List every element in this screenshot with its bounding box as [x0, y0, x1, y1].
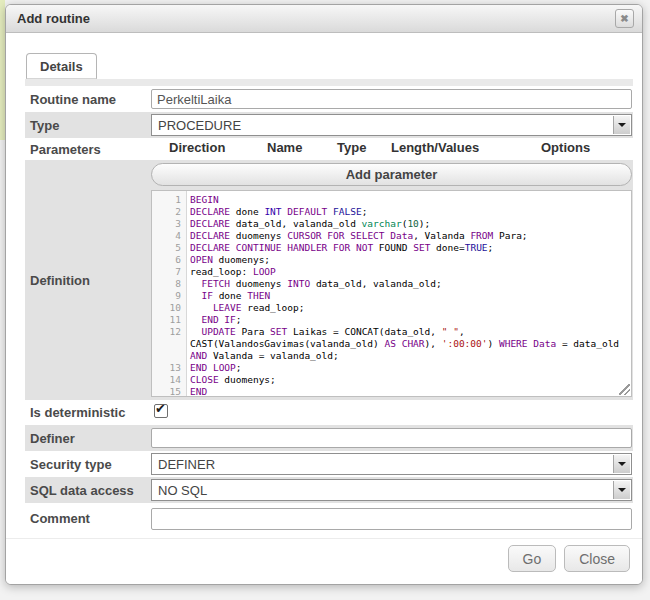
routine-name-input[interactable]	[151, 89, 632, 109]
sql-data-access-select-value: NO SQL	[158, 483, 207, 498]
definer-label: Definer	[25, 431, 151, 446]
line-number: 10	[152, 302, 186, 314]
code-line: 5DECLARE CONTINUE HANDLER FOR NOT FOUND …	[152, 242, 631, 254]
routine-form: Routine name Type PROCEDURE Parameters D…	[25, 79, 633, 534]
code-line: 8 FETCH duomenys INTO data_old, valanda_…	[152, 278, 631, 290]
code-line: 7read_loop: LOOP	[152, 266, 631, 278]
code-line: 4DECLARE duomenys CURSOR FOR SELECT Data…	[152, 230, 631, 242]
definition-label: Definition	[25, 160, 151, 400]
line-number: 2	[152, 206, 186, 218]
code-line: 15END	[152, 386, 631, 397]
line-number: 4	[152, 230, 186, 242]
code-line: 12 UPDATE Para SET Laikas = CONCAT(data_…	[152, 326, 631, 362]
is-deterministic-checkbox[interactable]: ✔	[154, 404, 168, 418]
code-line: 9 IF done THEN	[152, 290, 631, 302]
dialog-buttonpane: Go Close	[6, 538, 642, 584]
parameters-header-row: Parameters Direction Name Type Length/Va…	[25, 138, 633, 160]
param-col-type: Type	[337, 140, 366, 155]
line-number: 6	[152, 254, 186, 266]
add-routine-dialog: Add routine ✖ Details Routine name Type …	[5, 4, 643, 585]
is-deterministic-row: Is deterministic ✔	[25, 400, 633, 425]
routine-name-label: Routine name	[25, 92, 151, 107]
line-number: 15	[152, 386, 186, 397]
is-deterministic-label: Is deterministic	[25, 405, 151, 420]
security-type-select-value: DEFINER	[158, 457, 215, 472]
type-row: Type PROCEDURE	[25, 112, 633, 138]
chevron-down-icon[interactable]	[613, 455, 630, 473]
resize-grip-icon[interactable]	[619, 384, 630, 395]
checkmark-icon: ✔	[155, 401, 166, 416]
close-button[interactable]: Close	[564, 545, 630, 572]
code-line: 3DECLARE data_old, valanda_old varchar(1…	[152, 218, 631, 230]
security-type-label: Security type	[25, 457, 151, 472]
line-number: 9	[152, 290, 186, 302]
close-icon[interactable]: ✖	[615, 9, 634, 28]
definer-input[interactable]	[151, 428, 632, 448]
add-parameter-button[interactable]: Add parameter	[151, 163, 632, 186]
routine-name-row: Routine name	[25, 86, 633, 112]
chevron-down-icon[interactable]	[613, 116, 630, 134]
definer-row: Definer	[25, 425, 633, 451]
line-number: 7	[152, 266, 186, 278]
code-line: 13END LOOP;	[152, 362, 631, 374]
param-col-options: Options	[541, 140, 590, 155]
type-label: Type	[25, 118, 151, 133]
code-line: 1BEGIN	[152, 194, 631, 206]
security-type-select[interactable]: DEFINER	[151, 453, 632, 475]
code-line: 14CLOSE duomenys;	[152, 374, 631, 386]
type-select[interactable]: PROCEDURE	[151, 114, 632, 136]
definition-row: Definition Add parameter 1BEGIN2DECLARE …	[25, 160, 633, 400]
code-line: 6OPEN duomenys;	[152, 254, 631, 266]
table-top-strip	[25, 79, 633, 86]
type-select-value: PROCEDURE	[158, 118, 241, 133]
dialog-title: Add routine	[17, 11, 615, 26]
param-col-direction: Direction	[169, 140, 225, 155]
line-number: 14	[152, 374, 186, 386]
line-number: 13	[152, 362, 186, 374]
code-line: 2DECLARE done INT DEFAULT FALSE;	[152, 206, 631, 218]
code-line: 10 LEAVE read_loop;	[152, 302, 631, 314]
line-number: 3	[152, 218, 186, 230]
sql-data-access-row: SQL data access NO SQL	[25, 477, 633, 503]
param-col-name: Name	[267, 140, 302, 155]
code-line: 11 END IF;	[152, 314, 631, 326]
line-number: 8	[152, 278, 186, 290]
line-number: 1	[152, 194, 186, 206]
sql-data-access-select[interactable]: NO SQL	[151, 479, 632, 501]
line-number: 11	[152, 314, 186, 326]
code-lines: 1BEGIN2DECLARE done INT DEFAULT FALSE;3D…	[152, 191, 631, 397]
comment-input[interactable]	[151, 508, 632, 530]
go-button[interactable]: Go	[508, 545, 557, 572]
parameters-label: Parameters	[25, 142, 151, 157]
line-number: 5	[152, 242, 186, 254]
dialog-titlebar[interactable]: Add routine ✖	[6, 5, 642, 33]
chevron-down-icon[interactable]	[613, 481, 630, 499]
line-number: 12	[152, 326, 186, 362]
sql-data-access-label: SQL data access	[25, 483, 151, 498]
comment-row: Comment	[25, 503, 633, 534]
security-type-row: Security type DEFINER	[25, 451, 633, 477]
definition-code-editor[interactable]: 1BEGIN2DECLARE done INT DEFAULT FALSE;3D…	[151, 190, 632, 397]
tab-details[interactable]: Details	[26, 53, 97, 79]
comment-label: Comment	[25, 511, 151, 526]
param-col-length-values: Length/Values	[391, 140, 479, 155]
